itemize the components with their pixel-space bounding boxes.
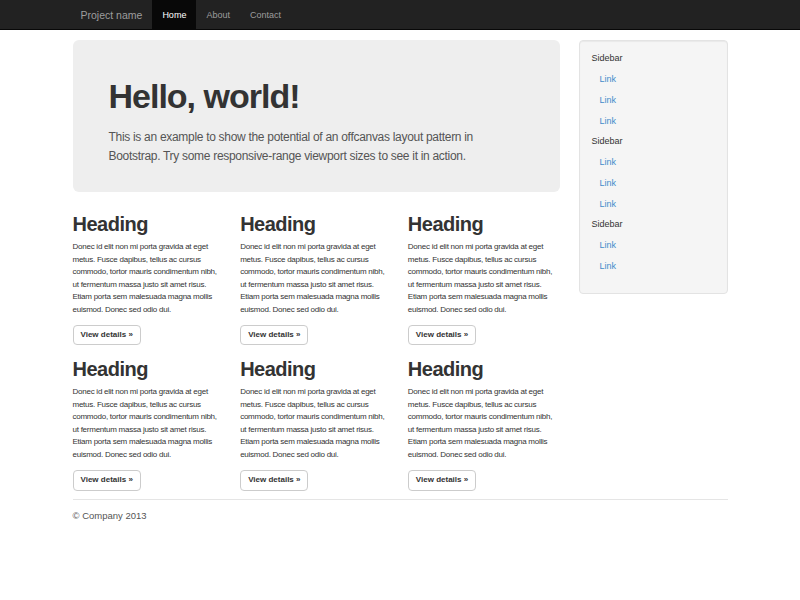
nav-item-home[interactable]: Home	[152, 0, 196, 30]
footer-divider	[73, 499, 728, 500]
jumbotron: Hello, world! This is an example to show…	[73, 40, 560, 192]
card-body: Donec id elit non mi porta gravida at eg…	[240, 386, 392, 461]
navbar: Project name HomeAboutContact	[0, 0, 800, 30]
nav-link[interactable]: About	[196, 0, 240, 30]
content-card: HeadingDonec id elit non mi porta gravid…	[408, 213, 560, 345]
sidebar-link[interactable]: Link	[592, 69, 715, 90]
nav-link[interactable]: Home	[152, 0, 196, 30]
sidebar-group: SidebarLinkLinkLink	[592, 136, 715, 215]
view-details-button[interactable]: View details »	[73, 325, 141, 345]
sidebar-link[interactable]: Link	[592, 256, 715, 277]
nav-item-contact[interactable]: Contact	[240, 0, 291, 30]
nav-link[interactable]: Contact	[240, 0, 291, 30]
jumbotron-description: This is an example to show the potential…	[109, 128, 524, 166]
navbar-menu: HomeAboutContact	[152, 0, 291, 30]
page-title: Hello, world!	[109, 76, 524, 116]
content-card: HeadingDonec id elit non mi porta gravid…	[240, 358, 392, 490]
sidebar-panel: SidebarLinkLinkLinkSidebarLinkLinkLinkSi…	[579, 40, 728, 294]
sidebar-link[interactable]: Link	[592, 90, 715, 111]
main-content: Hello, world! This is an example to show…	[73, 40, 560, 491]
sidebar-group-title: Sidebar	[592, 136, 715, 147]
content-card: HeadingDonec id elit non mi porta gravid…	[240, 213, 392, 345]
content-card: HeadingDonec id elit non mi porta gravid…	[73, 213, 225, 345]
view-details-button[interactable]: View details »	[408, 325, 476, 345]
card-heading: Heading	[240, 358, 392, 381]
sidebar-link[interactable]: Link	[592, 235, 715, 256]
card-heading: Heading	[408, 358, 560, 381]
card-body: Donec id elit non mi porta gravida at eg…	[408, 241, 560, 316]
sidebar-link[interactable]: Link	[592, 173, 715, 194]
sidebar-link[interactable]: Link	[592, 111, 715, 132]
view-details-button[interactable]: View details »	[240, 325, 308, 345]
card-body: Donec id elit non mi porta gravida at eg…	[73, 241, 225, 316]
card-body: Donec id elit non mi porta gravida at eg…	[240, 241, 392, 316]
main-row: Hello, world! This is an example to show…	[73, 40, 728, 491]
card-heading: Heading	[408, 213, 560, 236]
card-body: Donec id elit non mi porta gravida at eg…	[73, 386, 225, 461]
card-body: Donec id elit non mi porta gravida at eg…	[408, 386, 560, 461]
view-details-button[interactable]: View details »	[73, 470, 141, 490]
view-details-button[interactable]: View details »	[240, 470, 308, 490]
card-heading: Heading	[73, 358, 225, 381]
footer: © Company 2013	[73, 510, 728, 521]
sidebar-link[interactable]: Link	[592, 152, 715, 173]
content-card: HeadingDonec id elit non mi porta gravid…	[73, 358, 225, 490]
copyright-text: © Company 2013	[73, 510, 728, 521]
sidebar-link[interactable]: Link	[592, 194, 715, 215]
view-details-button[interactable]: View details »	[408, 470, 476, 490]
nav-item-about[interactable]: About	[196, 0, 240, 30]
brand-link[interactable]: Project name	[73, 0, 151, 30]
content-card: HeadingDonec id elit non mi porta gravid…	[408, 358, 560, 490]
card-heading: Heading	[73, 213, 225, 236]
cards-grid: HeadingDonec id elit non mi porta gravid…	[73, 213, 560, 491]
sidebar-group: SidebarLinkLink	[592, 219, 715, 277]
sidebar-group-title: Sidebar	[592, 219, 715, 230]
sidebar-group: SidebarLinkLinkLink	[592, 53, 715, 132]
sidebar-group-title: Sidebar	[592, 53, 715, 64]
card-heading: Heading	[240, 213, 392, 236]
